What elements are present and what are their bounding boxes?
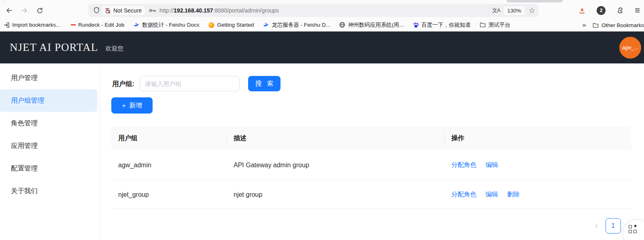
cell-group-name: agw_admin <box>111 162 227 169</box>
menu-button[interactable]: ≡ <box>635 6 640 15</box>
edit-link[interactable]: 编辑 <box>485 191 498 198</box>
cell-description: njet group <box>227 191 444 198</box>
puzzle-icon <box>616 7 624 14</box>
table-row: njet_group njet group 分配角色 编辑 删除 <box>111 181 631 209</box>
sidebar-item-about-us[interactable]: 关于我们 <box>0 180 97 202</box>
column-header-group: 用户组 <box>111 134 227 143</box>
group-search-input[interactable] <box>140 76 240 91</box>
feishu-icon <box>133 22 140 28</box>
user-avatar[interactable]: agw_... <box>619 37 641 59</box>
firefox-icon <box>208 22 215 28</box>
url-bar[interactable]: Not Secure http://192.168.40.157:8080/po… <box>88 4 538 17</box>
zoom-level-button[interactable]: 130% <box>504 6 525 15</box>
security-chip[interactable]: Not Secure <box>102 6 145 15</box>
assign-role-link[interactable]: 分配角色 <box>451 191 476 198</box>
other-bookmarks-label: Other Bookmarks <box>601 22 644 28</box>
insecure-lock-icon <box>105 7 111 14</box>
add-button-label: 新增 <box>129 101 142 110</box>
folder-icon <box>593 22 599 28</box>
bookmark-label: Getting Started <box>217 22 254 28</box>
bookmark-feishu-stats[interactable]: 数据统计 - Feishu Docs <box>133 21 199 29</box>
bookmark-label: 百度一下，你就知道 <box>421 21 471 29</box>
sidebar-item-user-management[interactable]: 用户管理 <box>0 67 97 89</box>
url-scheme: http:// <box>159 7 174 14</box>
import-icon <box>3 22 10 28</box>
shield-icon[interactable] <box>93 7 100 14</box>
table-header-row: 用户组 描述 操作 <box>111 126 631 150</box>
page-1-button[interactable]: 1 <box>606 218 621 234</box>
bookmark-label: Import bookmarks... <box>12 22 60 28</box>
reload-button[interactable] <box>33 4 46 17</box>
portal-brand-title: NJET AI PORTAL <box>10 41 98 54</box>
bookmark-baidu[interactable]: 百度一下，你就知道 <box>412 21 471 29</box>
bookmark-label: Rundeck - Edit Job <box>78 22 124 28</box>
column-header-actions: 操作 <box>444 134 631 143</box>
bookmark-label: 测试平台 <box>489 21 510 29</box>
bookmark-getting-started[interactable]: Getting Started <box>208 22 254 28</box>
prev-page-icon[interactable]: ‹ <box>595 221 598 230</box>
bookmarks-overflow-chevron[interactable]: » <box>582 21 586 29</box>
bookmark-rundeck[interactable]: Rundeck - Edit Job <box>69 22 124 28</box>
permission-key-icon[interactable] <box>149 8 156 13</box>
column-header-description: 描述 <box>227 134 444 143</box>
bookmark-label: 神州数码应用系统(周... <box>348 21 404 29</box>
other-bookmarks-folder[interactable]: Other Bookmarks <box>593 22 644 28</box>
user-groups-table: 用户组 描述 操作 agw_admin API Gateway admin gr… <box>111 126 631 209</box>
back-arrow-icon <box>6 7 13 14</box>
bookmark-test-platform[interactable]: 测试平台 <box>480 21 510 29</box>
search-button[interactable]: 搜 索 <box>248 76 281 91</box>
cell-description: API Gateway admin group <box>227 162 444 169</box>
browser-toolbar: Not Secure http://192.168.40.157:8080/po… <box>0 2 644 19</box>
sidebar-nav: 用户管理 用户组管理 角色管理 应用管理 配置管理 关于我们 <box>0 63 100 240</box>
folder-icon <box>480 22 486 28</box>
back-button[interactable] <box>2 4 15 17</box>
bookmark-app-system[interactable]: 神州数码应用系统(周... <box>339 21 404 29</box>
feishu-icon <box>263 22 269 28</box>
bookmarks-bar: Import bookmarks... Rundeck - Edit Job 数… <box>0 19 644 32</box>
add-group-button[interactable]: + 新增 <box>111 97 153 114</box>
sidebar-item-role-management[interactable]: 角色管理 <box>0 112 97 135</box>
url-path: :8080/portal/admin/groups <box>213 7 279 14</box>
url-text[interactable]: http://192.168.40.157:8080/portal/admin/… <box>159 7 279 14</box>
extension-badge[interactable]: 2 <box>597 6 606 15</box>
delete-link[interactable]: 删除 <box>507 191 520 198</box>
sidebar-item-app-management[interactable]: 应用管理 <box>0 135 97 157</box>
url-host: 192.168.40.157 <box>174 7 213 14</box>
translate-icon[interactable]: 文A <box>492 7 500 14</box>
forward-button[interactable] <box>18 4 31 17</box>
sparkle-icon: ✦ <box>633 223 638 229</box>
bookmark-label: 龙芯服务器 - Feishu D... <box>272 21 330 29</box>
group-search-label: 用户组: <box>112 80 134 88</box>
rundeck-icon <box>69 22 76 28</box>
reload-icon <box>36 7 43 14</box>
content-area: 用户组: 搜 索 + 新增 用户组 描述 操作 agw_admin API Ga… <box>100 63 644 240</box>
download-icon <box>578 7 586 14</box>
downloads-button[interactable] <box>576 4 589 17</box>
edit-link[interactable]: 编辑 <box>485 161 498 168</box>
globe-icon <box>339 22 346 28</box>
cell-group-name: njet_group <box>111 191 227 198</box>
extensions-button[interactable] <box>614 4 627 17</box>
bookmark-import[interactable]: Import bookmarks... <box>3 22 60 28</box>
sidebar-item-user-group-management[interactable]: 用户组管理 <box>0 89 97 112</box>
screenshot-tool-icon: ✦ <box>629 225 638 234</box>
sidebar-item-config-management[interactable]: 配置管理 <box>0 157 97 180</box>
portal-header: NJET AI PORTAL 欢迎您 agw_... <box>0 32 644 63</box>
bookmark-label: 数据统计 - Feishu Docs <box>142 21 199 29</box>
bookmark-feishu-server[interactable]: 龙芯服务器 - Feishu D... <box>263 21 330 29</box>
table-row: agw_admin API Gateway admin group 分配角色 编… <box>111 150 631 181</box>
welcome-text: 欢迎您 <box>105 42 123 53</box>
bookmark-star-icon[interactable]: ☆ <box>529 7 535 14</box>
security-label: Not Secure <box>113 7 142 14</box>
plus-icon: + <box>122 102 126 109</box>
baidu-icon <box>412 22 419 28</box>
forward-arrow-icon <box>21 7 28 14</box>
assign-role-link[interactable]: 分配角色 <box>451 161 476 168</box>
